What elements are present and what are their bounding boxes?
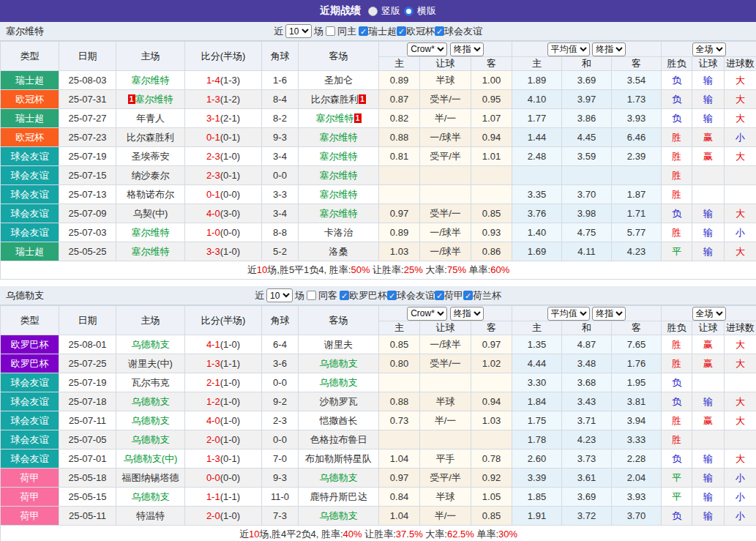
goals-result: 大 (725, 411, 756, 430)
score: 1-3(0-1) (185, 449, 262, 469)
handicap-odds-time-select[interactable]: 终指 (450, 307, 484, 321)
handicap-result: 输 (692, 204, 725, 223)
handicap-away-odds (471, 373, 512, 392)
league-checkbox-label: 球会友谊 (397, 289, 435, 302)
match-rows: 欧罗巴杯25-08-01乌德勒支4-1(1-0)6-4谢里夫0.85一/球半0.… (1, 335, 756, 526)
match-count-select[interactable]: 10 (266, 288, 293, 302)
fulltime-score: 1-1 (206, 491, 220, 502)
halftime-score: (1-1) (220, 491, 240, 502)
away-team-name: 恺撒酋长 (320, 415, 358, 426)
match-date: 25-05-15 (59, 488, 116, 507)
handicap-away-odds: 0.78 (471, 449, 512, 469)
avg-draw-odds: 3.70 (562, 185, 612, 204)
average-odds-time-select[interactable]: 终指 (592, 42, 626, 56)
period-select[interactable]: 全场 (692, 42, 726, 56)
league-checkbox[interactable]: ✓ (397, 26, 406, 36)
goals-result: 大 (725, 204, 756, 223)
league-checkbox[interactable]: ✓ (340, 291, 349, 300)
col-header-score: 比分(半场) (185, 306, 262, 335)
win-lose-result: 负 (662, 392, 692, 411)
league-checkbox[interactable]: ✓ (435, 291, 444, 300)
handicap-line (420, 373, 471, 392)
home-team-name: 乌德勒支 (132, 396, 170, 407)
handicap-line (420, 430, 471, 449)
score: 1-4(1-3) (185, 71, 262, 90)
handicap-away-odds: 0.85 (471, 507, 512, 526)
handicap-line: 一/球半 (420, 242, 471, 261)
avg-away-odds: 3.93 (612, 109, 662, 128)
win-lose-result: 胜 (662, 411, 692, 430)
league-type-badge: 欧冠杯 (1, 90, 59, 109)
handicap-line: 一/球半 (420, 128, 471, 147)
handicap-result (692, 185, 725, 204)
horizontal-layout-radio[interactable] (404, 7, 413, 16)
average-odds-time-select[interactable]: 终指 (592, 307, 626, 321)
fulltime-score: 2-3 (206, 170, 220, 181)
handicap-home-odds: 0.73 (379, 411, 420, 430)
away-team: 鹿特丹斯巴达 (299, 488, 379, 507)
handicap-away-odds: 1.00 (471, 71, 512, 90)
league-checkbox[interactable]: ✓ (359, 26, 368, 36)
same-venue-checkbox[interactable] (307, 291, 316, 300)
league-checkbox-label: 球会友谊 (444, 25, 482, 38)
home-team: 乌德勒支 (116, 335, 185, 354)
bookmaker-select[interactable]: Crow* (407, 42, 447, 56)
avg-draw-odds: 3.48 (562, 354, 612, 373)
score: 4-0(3-0) (185, 204, 262, 223)
match-date: 25-07-13 (59, 185, 116, 204)
league-checkbox[interactable]: ✓ (435, 26, 444, 36)
avg-draw-odds: 3.68 (562, 373, 612, 392)
avg-draw-odds: 3.86 (562, 109, 612, 128)
handicap-line: 半球 (420, 392, 471, 411)
avg-home-odds: 1.44 (512, 128, 562, 147)
win-lose-result: 平 (662, 242, 692, 261)
handicap-line (420, 185, 471, 204)
score: 4-0(1-0) (185, 411, 262, 430)
home-team-name: 乌德勒支 (132, 339, 170, 350)
handicap-away-odds: 0.95 (471, 90, 512, 109)
col-header-avg-away: 客 (612, 321, 662, 335)
match-count-select[interactable]: 10 (285, 24, 312, 38)
handicap-away-odds: 0.93 (471, 223, 512, 242)
match-date: 25-07-31 (59, 90, 116, 109)
match-row: 瑞士超25-05-25塞尔维特3-3(1-0)5-2洛桑1.03一/球半0.86… (1, 242, 756, 261)
fulltime-score: 0-1 (206, 132, 220, 143)
handicap-result: 输 (692, 109, 725, 128)
layout-radio-group: 竖版 横版 (368, 4, 436, 18)
handicap-away-odds: 1.03 (471, 411, 512, 430)
avg-draw-odds: 4.87 (562, 335, 612, 354)
results-table: 类型 日期 主场 比分(半场) 角球 客场 Crow* 终指 平均值 终指 (0, 305, 756, 541)
bookmaker-select[interactable]: Crow* (407, 307, 447, 321)
home-team-name: 年青人 (136, 113, 165, 124)
handicap-odds-time-select[interactable]: 终指 (450, 42, 484, 56)
avg-home-odds (512, 166, 562, 185)
fulltime-score: 2-3 (206, 151, 220, 162)
away-team: 塞尔维特1 (299, 109, 379, 128)
home-team-name: 乌德勒支 (132, 415, 170, 426)
league-checkbox[interactable]: ✓ (387, 291, 397, 300)
average-select[interactable]: 平均值 (547, 307, 590, 321)
league-checkbox[interactable]: ✓ (463, 291, 473, 300)
average-select[interactable]: 平均值 (547, 42, 590, 56)
match-row: 荷甲25-05-15乌德勒支1-1(1-1)11-0鹿特丹斯巴达0.84半球1.… (1, 488, 756, 507)
handicap-home-odds: 0.82 (379, 109, 420, 128)
summary-text: 场,胜4平2负4, 胜率: (259, 529, 343, 540)
matches-label: 场 (295, 289, 304, 302)
handicap-result: 输 (692, 90, 725, 109)
score: 0-0(0-0) (185, 469, 262, 488)
handicap-result: 输 (692, 488, 725, 507)
same-venue-checkbox[interactable] (326, 26, 335, 36)
vertical-layout-radio[interactable] (368, 7, 378, 16)
col-header-goals-result: 进球数 (725, 57, 756, 71)
summary-text: 近 (247, 264, 257, 275)
corner-score: 9-2 (262, 392, 299, 411)
col-header-avg-draw: 和 (562, 57, 612, 71)
handicap-home-odds: 0.85 (379, 335, 420, 354)
avg-away-odds: 3.93 (612, 488, 662, 507)
avg-home-odds: 3.76 (512, 204, 562, 223)
period-select[interactable]: 全场 (692, 307, 726, 321)
home-team-name: 福图纳锡塔德 (122, 472, 179, 483)
col-header-home: 主场 (116, 306, 185, 335)
col-header-avg-home: 主 (512, 57, 562, 71)
handicap-result (692, 166, 725, 185)
